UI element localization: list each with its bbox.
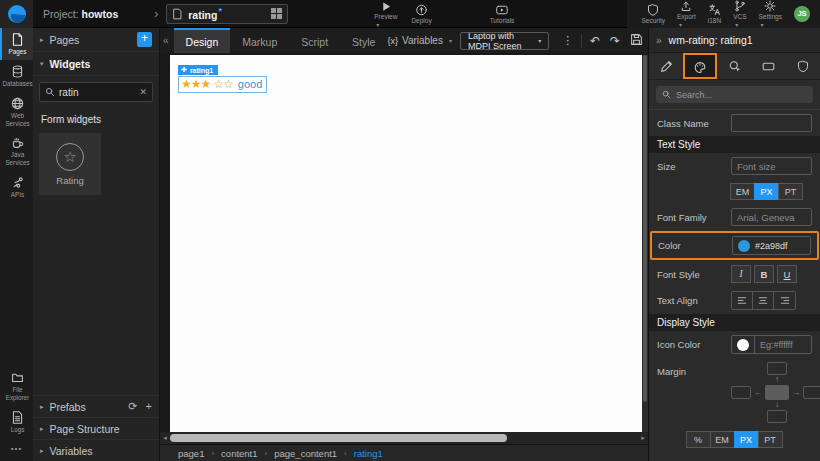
app-logo[interactable] — [0, 0, 33, 28]
tutorials-button[interactable]: Tutorials — [490, 0, 515, 28]
align-right-button[interactable] — [774, 292, 795, 309]
add-prefab-icon[interactable]: + — [146, 400, 152, 413]
horizontal-scroll-thumb[interactable] — [170, 434, 507, 442]
security-button[interactable]: Security — [641, 0, 664, 28]
tab-design[interactable]: Design — [174, 28, 231, 53]
unit-pt-button[interactable]: PT — [778, 183, 803, 200]
rating-widget-body[interactable]: ★★★☆☆ good — [178, 76, 267, 93]
tab-style[interactable]: Style — [340, 28, 387, 53]
settings-caret-icon[interactable]: ▾ — [761, 21, 764, 28]
tab-script[interactable]: Script — [289, 28, 340, 53]
design-canvas[interactable]: ✚ rating1 ★★★☆☆ good — [160, 53, 648, 432]
margin-bottom-input[interactable] — [767, 410, 787, 423]
tab-events[interactable] — [717, 53, 751, 79]
sidebar-item-databases[interactable]: Databases — [0, 60, 33, 92]
page-structure-section-header[interactable]: ▸ Page Structure — [33, 417, 159, 439]
canvas-horizontal-scrollbar[interactable]: ◂ ▸ — [160, 432, 648, 444]
pages-section-label: Pages — [50, 34, 80, 46]
tab-device[interactable] — [752, 53, 786, 79]
font-size-input[interactable] — [731, 157, 812, 175]
font-family-input[interactable] — [731, 208, 812, 226]
canvas-more-menu-icon[interactable]: ⋮ — [557, 34, 578, 47]
bold-button[interactable]: B — [754, 265, 774, 283]
text-style-section-header[interactable]: Text Style — [649, 136, 820, 153]
icon-color-swatch[interactable] — [737, 339, 749, 351]
display-style-section-header[interactable]: Display Style — [649, 314, 820, 331]
unit-px-button[interactable]: PX — [734, 431, 759, 448]
color-swatch[interactable] — [738, 240, 750, 252]
breadcrumb-rating1[interactable]: rating1 — [354, 448, 383, 459]
scroll-left-arrow-icon[interactable]: ◂ — [160, 434, 170, 442]
text-color-input[interactable]: #2a98df — [732, 236, 811, 255]
variables-button[interactable]: {x} Variables ▾ — [387, 35, 451, 46]
tab-security[interactable] — [786, 53, 820, 79]
undo-button[interactable]: ↶ — [585, 34, 605, 48]
rating-widget-card[interactable]: ☆ Rating — [39, 133, 101, 195]
sidebar-item-web-services[interactable]: Web Services — [0, 92, 33, 132]
breadcrumb-page1[interactable]: page1 — [178, 448, 204, 459]
preview-button[interactable]: Preview ▾ — [374, 0, 397, 28]
text-color-value[interactable]: #2a98df — [755, 241, 788, 251]
sidebar-item-apis[interactable]: APIs — [0, 171, 33, 203]
rating-stars-empty[interactable]: ☆☆ — [213, 77, 233, 91]
vcs-caret-icon[interactable]: ▾ — [735, 21, 738, 28]
i18n-button[interactable]: i18N — [708, 0, 721, 28]
settings-button[interactable]: Settings ▾ — [759, 0, 783, 28]
sidebar-item-java-services[interactable]: Java Services — [0, 131, 33, 171]
unit-percent-button[interactable]: % — [686, 431, 711, 448]
unit-pt-button[interactable]: PT — [758, 431, 783, 448]
scroll-right-arrow-icon[interactable]: ▸ — [638, 434, 648, 442]
collapse-right-panel-button[interactable]: » — [649, 35, 669, 46]
class-name-input[interactable] — [731, 114, 812, 132]
sidebar-item-file-explorer[interactable]: File Explorer — [0, 366, 33, 406]
prefabs-section-header[interactable]: ▸ Prefabs ⟳ + — [33, 395, 159, 417]
widgets-section-header[interactable]: ▾ Widgets — [33, 52, 159, 76]
font-family-row: Font Family — [649, 204, 820, 230]
tab-styles[interactable] — [683, 53, 717, 79]
tab-properties[interactable] — [649, 53, 683, 79]
collapse-left-panel-button[interactable]: « — [160, 35, 174, 46]
align-center-button[interactable] — [753, 292, 774, 309]
italic-button[interactable]: I — [731, 265, 751, 283]
margin-left-input[interactable] — [731, 386, 751, 399]
unit-px-button[interactable]: PX — [754, 183, 779, 200]
user-avatar[interactable]: JS — [794, 6, 810, 22]
deploy-button[interactable]: Deploy — [411, 0, 431, 28]
horizontal-scroll-track[interactable] — [170, 432, 638, 444]
device-selector-dropdown[interactable]: Laptop with MDPI Screen ▾ — [460, 32, 549, 50]
breadcrumb-page-content1[interactable]: page_content1 — [274, 448, 337, 459]
unit-em-button[interactable]: EM — [710, 431, 735, 448]
vcs-button[interactable]: VCS ▾ — [733, 0, 746, 28]
clear-search-icon[interactable]: ✕ — [139, 87, 147, 97]
rail-more-icon[interactable]: ••• — [0, 438, 33, 461]
export-button[interactable]: Export ▾ — [677, 0, 696, 28]
margin-right-input[interactable] — [803, 386, 820, 399]
underline-button[interactable]: U — [777, 265, 797, 283]
rating-stars-filled[interactable]: ★★★ — [181, 77, 210, 91]
page-grid-icon[interactable] — [271, 8, 282, 19]
export-caret-icon[interactable]: ▾ — [679, 21, 682, 28]
margin-top-input[interactable] — [767, 362, 787, 375]
save-button[interactable] — [625, 33, 648, 49]
breadcrumb-content1[interactable]: content1 — [221, 448, 257, 459]
canvas-page[interactable]: ✚ rating1 ★★★☆☆ good — [170, 55, 642, 432]
widget-selection-tag[interactable]: ✚ rating1 — [178, 65, 218, 75]
redo-button[interactable]: ↷ — [605, 34, 625, 48]
active-page-selector[interactable]: rating* — [166, 4, 288, 24]
widget-search-value[interactable]: ratin — [59, 87, 135, 98]
preview-caret-icon[interactable]: ▾ — [376, 21, 379, 28]
property-search[interactable]: Search... — [656, 86, 813, 103]
vertical-scroll-thumb[interactable] — [643, 55, 647, 402]
variables-section-header[interactable]: ▸ Variables — [33, 439, 159, 461]
sidebar-item-logs[interactable]: Logs — [0, 406, 33, 438]
tab-markup[interactable]: Markup — [230, 28, 289, 53]
refresh-prefabs-icon[interactable]: ⟳ — [128, 400, 137, 413]
icon-color-input[interactable]: Eg:#ffffff — [731, 335, 812, 354]
sidebar-item-pages[interactable]: Pages — [0, 28, 33, 60]
align-left-button[interactable] — [732, 292, 753, 309]
add-page-button[interactable]: + — [137, 32, 152, 47]
rating-widget-instance[interactable]: ✚ rating1 ★★★☆☆ good — [178, 58, 267, 93]
widget-search[interactable]: ratin ✕ — [39, 82, 153, 102]
unit-em-button[interactable]: EM — [730, 183, 755, 200]
pages-section-header[interactable]: ▸ Pages + — [33, 28, 159, 52]
